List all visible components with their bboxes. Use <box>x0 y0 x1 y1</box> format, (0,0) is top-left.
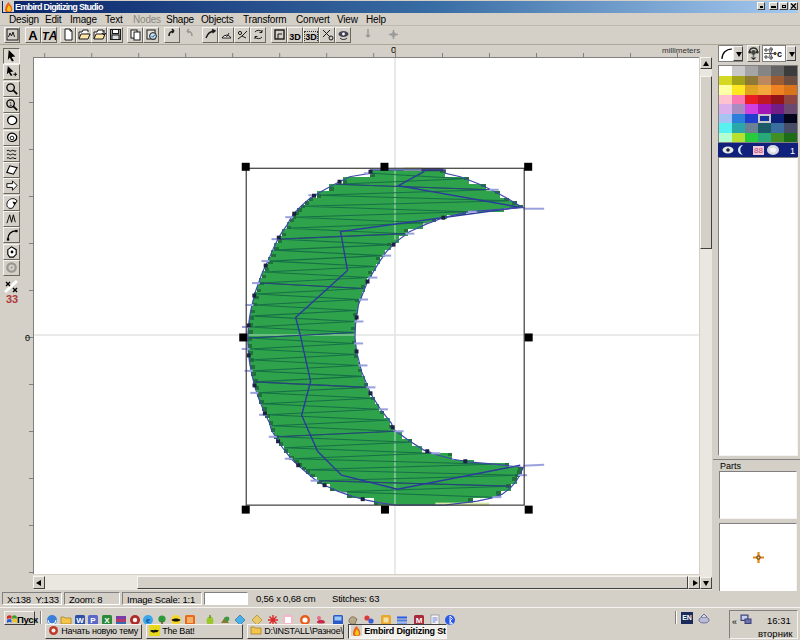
svg-text:88: 88 <box>754 146 763 155</box>
svg-text:c: c <box>777 49 782 59</box>
svg-text:1: 1 <box>8 101 11 107</box>
svg-text:1: 1 <box>790 146 795 156</box>
